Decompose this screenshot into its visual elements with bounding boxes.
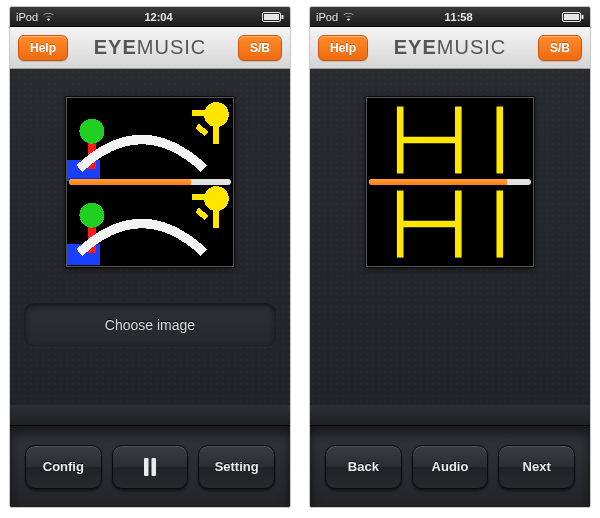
battery-icon bbox=[262, 12, 284, 22]
help-label: Help bbox=[30, 41, 56, 55]
scan-progress bbox=[69, 179, 231, 185]
bottom-bar: Config Setting bbox=[10, 425, 290, 507]
sb-button[interactable]: S/B bbox=[538, 35, 582, 61]
clock: 11:58 bbox=[444, 11, 472, 23]
help-button[interactable]: Help bbox=[18, 35, 68, 61]
audio-button[interactable]: Audio bbox=[412, 445, 489, 489]
preview-top bbox=[367, 98, 533, 182]
carrier-label: iPod bbox=[16, 11, 38, 23]
svg-rect-8 bbox=[192, 110, 209, 116]
main-area bbox=[310, 69, 590, 405]
svg-rect-23 bbox=[581, 15, 583, 19]
help-label: Help bbox=[330, 41, 356, 55]
separator bbox=[10, 405, 290, 425]
back-button[interactable]: Back bbox=[325, 445, 402, 489]
setting-button[interactable]: Setting bbox=[198, 445, 275, 489]
carrier-label: iPod bbox=[316, 11, 338, 23]
image-preview bbox=[366, 97, 534, 267]
preview-top bbox=[67, 98, 233, 182]
screenshot-right: iPod 11:58 Help EYEMUSIC S/B bbox=[309, 6, 591, 508]
main-area: Choose image bbox=[10, 69, 290, 405]
svg-rect-19 bbox=[144, 458, 149, 476]
svg-rect-17 bbox=[213, 211, 219, 228]
config-label: Config bbox=[43, 459, 84, 474]
svg-rect-22 bbox=[564, 14, 579, 20]
pause-icon bbox=[143, 458, 157, 476]
audio-label: Audio bbox=[432, 459, 469, 474]
scan-progress bbox=[369, 179, 531, 185]
svg-rect-1 bbox=[264, 14, 279, 20]
navbar: Help EYEMUSIC S/B bbox=[310, 27, 590, 69]
help-button[interactable]: Help bbox=[318, 35, 368, 61]
image-preview bbox=[66, 97, 234, 267]
pause-button[interactable] bbox=[112, 445, 189, 489]
setting-label: Setting bbox=[215, 459, 259, 474]
status-bar: iPod 11:58 bbox=[310, 7, 590, 27]
svg-point-6 bbox=[79, 119, 104, 144]
sb-button[interactable]: S/B bbox=[238, 35, 282, 61]
back-label: Back bbox=[348, 459, 379, 474]
navbar: Help EYEMUSIC S/B bbox=[10, 27, 290, 69]
bottom-bar: Back Audio Next bbox=[310, 425, 590, 507]
preview-bottom bbox=[367, 182, 533, 266]
sb-label: S/B bbox=[250, 41, 270, 55]
svg-rect-2 bbox=[281, 15, 283, 19]
svg-point-14 bbox=[79, 203, 104, 228]
screenshot-left: iPod 12:04 Help EYEMUSIC S/B bbox=[9, 6, 291, 508]
next-button[interactable]: Next bbox=[498, 445, 575, 489]
config-button[interactable]: Config bbox=[25, 445, 102, 489]
svg-rect-9 bbox=[213, 127, 219, 144]
wifi-icon bbox=[342, 12, 355, 22]
svg-rect-16 bbox=[192, 194, 209, 200]
battery-icon bbox=[562, 12, 584, 22]
wifi-icon bbox=[42, 12, 55, 22]
choose-image-button[interactable]: Choose image bbox=[24, 303, 276, 347]
next-label: Next bbox=[523, 459, 551, 474]
preview-bottom bbox=[67, 182, 233, 266]
sb-label: S/B bbox=[550, 41, 570, 55]
svg-rect-20 bbox=[152, 458, 157, 476]
separator bbox=[310, 405, 590, 425]
choose-image-label: Choose image bbox=[105, 317, 195, 333]
clock: 12:04 bbox=[144, 11, 172, 23]
status-bar: iPod 12:04 bbox=[10, 7, 290, 27]
choose-image-panel: Choose image bbox=[24, 303, 276, 347]
